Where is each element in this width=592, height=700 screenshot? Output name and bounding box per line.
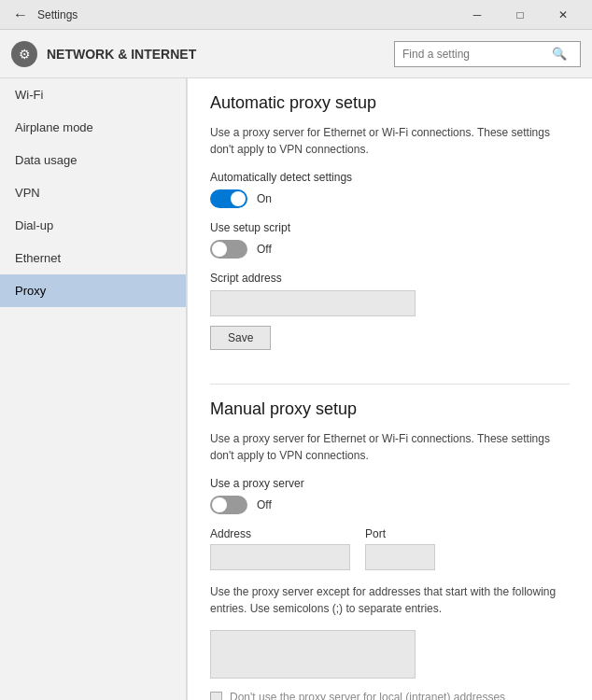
auto-detect-state: On <box>257 192 272 205</box>
search-box[interactable]: 🔍 <box>394 41 581 67</box>
content-area: Automatic proxy setup Use a proxy server… <box>187 78 592 700</box>
close-button[interactable]: ✕ <box>542 0 585 30</box>
window-controls: ─ □ ✕ <box>456 0 585 30</box>
exceptions-desc: Use the proxy server except for addresse… <box>210 583 570 617</box>
address-field-group: Address <box>210 527 350 570</box>
setup-script-state: Off <box>257 243 272 256</box>
auto-proxy-desc: Use a proxy server for Ethernet or Wi-Fi… <box>210 124 570 158</box>
title-bar-title: Settings <box>37 8 456 21</box>
sidebar-item-data-usage[interactable]: Data usage <box>0 144 186 176</box>
script-address-label: Script address <box>210 272 570 285</box>
port-label: Port <box>365 527 435 540</box>
main-layout: Wi-Fi Airplane mode Data usage VPN Dial-… <box>0 78 592 700</box>
use-proxy-toggle[interactable] <box>210 496 247 514</box>
setup-script-toggle[interactable] <box>210 240 247 259</box>
setup-script-label: Use setup script <box>210 221 570 234</box>
use-proxy-toggle-row: Off <box>210 496 570 514</box>
search-input[interactable] <box>402 48 552 61</box>
manual-proxy-desc: Use a proxy server for Ethernet or Wi-Fi… <box>210 430 570 464</box>
use-proxy-thumb <box>212 497 227 512</box>
local-bypass-label: Don't use the proxy server for local (in… <box>230 691 505 700</box>
sidebar-item-wifi[interactable]: Wi-Fi <box>0 78 186 111</box>
sidebar-item-airplane-mode[interactable]: Airplane mode <box>0 111 186 144</box>
auto-detect-thumb <box>231 191 246 206</box>
setup-script-thumb <box>212 242 227 257</box>
auto-proxy-save-button[interactable]: Save <box>210 326 271 350</box>
port-input[interactable] <box>365 544 435 570</box>
port-field-group: Port <box>365 527 435 570</box>
sidebar-item-proxy[interactable]: Proxy <box>0 274 186 307</box>
search-icon: 🔍 <box>552 47 567 61</box>
maximize-button[interactable]: □ <box>499 0 542 30</box>
sidebar-item-dialup[interactable]: Dial-up <box>0 209 186 242</box>
address-input[interactable] <box>210 544 350 570</box>
sidebar-item-vpn[interactable]: VPN <box>0 176 186 209</box>
use-proxy-state: Off <box>257 498 272 511</box>
title-bar: ← Settings ─ □ ✕ <box>0 0 592 30</box>
section-divider <box>210 384 570 385</box>
exceptions-textarea[interactable] <box>210 630 416 679</box>
local-bypass-checkbox[interactable] <box>210 692 222 701</box>
local-bypass-row: Don't use the proxy server for local (in… <box>210 691 570 700</box>
use-proxy-label: Use a proxy server <box>210 477 570 490</box>
header-area: ⚙ NETWORK & INTERNET 🔍 <box>0 30 592 78</box>
app-icon: ⚙ <box>11 41 37 67</box>
setup-script-toggle-row: Off <box>210 240 570 259</box>
address-label: Address <box>210 527 350 540</box>
sidebar-item-ethernet[interactable]: Ethernet <box>0 242 186 274</box>
manual-proxy-title: Manual proxy setup <box>210 399 570 419</box>
address-port-row: Address Port <box>210 527 570 570</box>
app-title: NETWORK & INTERNET <box>47 47 385 62</box>
auto-detect-label: Automatically detect settings <box>210 171 570 184</box>
auto-detect-toggle-row: On <box>210 189 570 208</box>
auto-detect-toggle[interactable] <box>210 189 247 208</box>
minimize-button[interactable]: ─ <box>456 0 499 30</box>
auto-proxy-title: Automatic proxy setup <box>210 93 570 113</box>
script-address-input[interactable] <box>210 290 416 316</box>
back-button[interactable]: ← <box>7 2 34 28</box>
sidebar: Wi-Fi Airplane mode Data usage VPN Dial-… <box>0 78 187 700</box>
